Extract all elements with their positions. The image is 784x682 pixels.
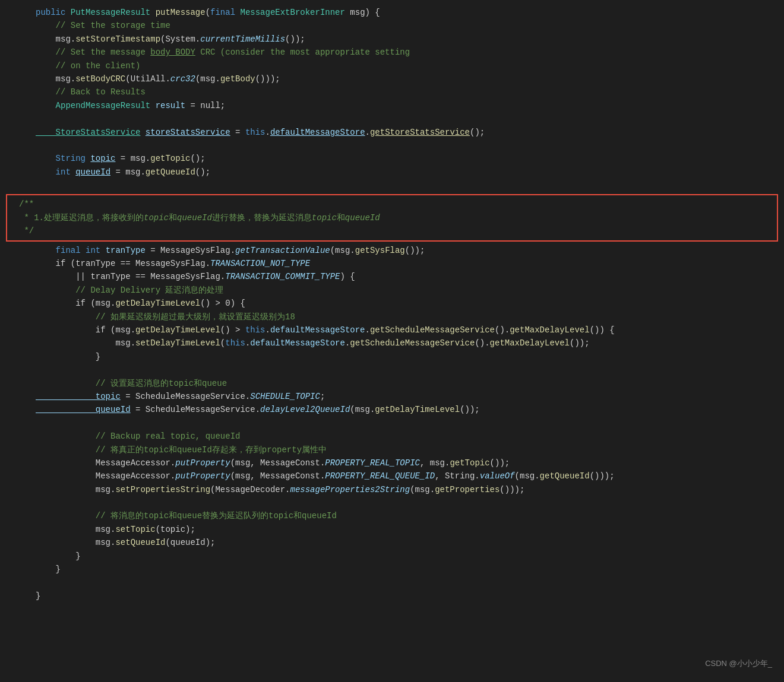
line-content: int queueId = msg.getQueueId(); xyxy=(36,166,772,179)
code-line: if (msg.getDelayTimeLevel() > this.defau… xyxy=(0,323,784,337)
line-content: msg.setBodyCRC(UtilAll.crc32(msg.getBody… xyxy=(36,72,772,85)
line-content: msg.setTopic(topic); xyxy=(36,523,772,536)
line-content: topic = ScheduleMessageService.SCHEDULE_… xyxy=(36,390,772,403)
line-content: if (tranType == MessageSysFlag.TRANSACTI… xyxy=(36,257,772,270)
code-line: MessageAccessor.putProperty(msg, Message… xyxy=(0,470,784,483)
line-content: String topic = msg.getTopic(); xyxy=(36,152,772,165)
code-line: if (msg.getDelayTimeLevel() > 0) { xyxy=(0,297,784,310)
code-line: // Delay Delivery 延迟消息的处理 xyxy=(0,284,784,297)
line-content: // on the client) xyxy=(36,59,772,72)
line-content: } xyxy=(36,350,772,363)
line-content: // 如果延迟级别超过最大级别，就设置延迟级别为18 xyxy=(36,310,772,323)
code-line: } xyxy=(0,350,784,363)
code-line: // 将消息的topic和queue替换为延迟队列的topic和queueId xyxy=(0,509,784,522)
code-line: /** xyxy=(13,198,771,211)
code-line: msg.setDelayTimeLevel(this.defaultMessag… xyxy=(0,337,784,350)
line-content: // 设置延迟消息的topic和queue xyxy=(36,377,772,390)
code-line: String topic = msg.getTopic(); xyxy=(0,152,784,165)
code-line: // Set the message body_BODY CRC (consid… xyxy=(0,46,784,59)
line-content: } xyxy=(36,563,772,576)
line-content: msg.setStoreTimestamp(System.currentTime… xyxy=(36,33,772,46)
code-line: queueId = ScheduleMessageService.delayLe… xyxy=(0,403,784,416)
line-content: // 将消息的topic和queue替换为延迟队列的topic和queueId xyxy=(36,509,772,522)
line-content: // Delay Delivery 延迟消息的处理 xyxy=(36,284,772,297)
code-line: msg.setPropertiesString(MessageDecoder.m… xyxy=(0,483,784,496)
line-content: /** xyxy=(19,198,759,211)
line-content: // Backup real topic, queueId xyxy=(36,430,772,443)
line-content: // Set the message body_BODY CRC (consid… xyxy=(36,46,772,59)
code-line: // Set the storage time xyxy=(0,19,784,32)
watermark: CSDN @小小少年_ xyxy=(705,658,772,670)
line-content: MessageAccessor.putProperty(msg, Message… xyxy=(36,456,772,470)
highlighted-comment-box: /** * 1.处理延迟消息，将接收到的topic和queueId进行替换，替换… xyxy=(6,194,778,241)
code-line xyxy=(0,363,784,376)
code-line: msg.setQueueId(queueId); xyxy=(0,536,784,549)
line-content: final int tranType = MessageSysFlag.getT… xyxy=(36,244,772,257)
code-line xyxy=(0,179,784,192)
line-content: msg.setQueueId(queueId); xyxy=(36,536,772,549)
line-content: // Set the storage time xyxy=(36,19,772,32)
line-content: // Back to Results xyxy=(36,85,772,99)
code-line xyxy=(0,139,784,152)
line-content: || tranType == MessageSysFlag.TRANSACTIO… xyxy=(36,270,772,283)
line-content: StoreStatsService storeStatsService = th… xyxy=(36,126,772,139)
code-line: if (tranType == MessageSysFlag.TRANSACTI… xyxy=(0,257,784,270)
code-line: // 设置延迟消息的topic和queue xyxy=(0,377,784,390)
line-content: */ xyxy=(19,224,759,237)
line-content: } xyxy=(36,550,772,563)
code-line: int queueId = msg.getQueueId(); xyxy=(0,166,784,179)
code-line: final int tranType = MessageSysFlag.getT… xyxy=(0,244,784,257)
code-line: StoreStatsService storeStatsService = th… xyxy=(0,126,784,139)
code-content: public PutMessageResult putMessage(final… xyxy=(0,6,784,602)
code-line: || tranType == MessageSysFlag.TRANSACTIO… xyxy=(0,270,784,283)
code-line: // Back to Results xyxy=(0,85,784,99)
line-content: // 将真正的topic和queueId存起来，存到property属性中 xyxy=(36,443,772,456)
code-line xyxy=(0,576,784,589)
line-content: if (msg.getDelayTimeLevel() > 0) { xyxy=(36,297,772,310)
code-container: public PutMessageResult putMessage(final… xyxy=(0,0,784,682)
line-content: AppendMessageResult result = null; xyxy=(36,99,772,112)
line-content: queueId = ScheduleMessageService.delayLe… xyxy=(36,403,772,416)
code-line: // on the client) xyxy=(0,59,784,72)
line-content: if (msg.getDelayTimeLevel() > this.defau… xyxy=(36,323,772,337)
code-line: MessageAccessor.putProperty(msg, Message… xyxy=(0,456,784,470)
code-line xyxy=(0,496,784,509)
code-line: // 将真正的topic和queueId存起来，存到property属性中 xyxy=(0,443,784,456)
line-content: msg.setPropertiesString(MessageDecoder.m… xyxy=(36,483,772,496)
code-line: msg.setTopic(topic); xyxy=(0,523,784,536)
line-content: public PutMessageResult putMessage(final… xyxy=(36,6,772,19)
code-line: * 1.处理延迟消息，将接收到的topic和queueId进行替换，替换为延迟消… xyxy=(13,211,771,224)
code-line: */ xyxy=(13,224,771,237)
line-content: * 1.处理延迟消息，将接收到的topic和queueId进行替换，替换为延迟消… xyxy=(19,211,759,224)
code-line: } xyxy=(0,563,784,576)
line-content: MessageAccessor.putProperty(msg, Message… xyxy=(36,470,772,483)
code-line xyxy=(0,417,784,430)
code-line: topic = ScheduleMessageService.SCHEDULE_… xyxy=(0,390,784,403)
code-line: msg.setBodyCRC(UtilAll.crc32(msg.getBody… xyxy=(0,72,784,85)
code-line: AppendMessageResult result = null; xyxy=(0,99,784,112)
code-line: // Backup real topic, queueId xyxy=(0,430,784,443)
code-line: // 如果延迟级别超过最大级别，就设置延迟级别为18 xyxy=(0,310,784,323)
code-line: msg.setStoreTimestamp(System.currentTime… xyxy=(0,33,784,46)
code-line: } xyxy=(0,550,784,563)
line-content: } xyxy=(36,589,772,602)
line-content: msg.setDelayTimeLevel(this.defaultMessag… xyxy=(36,337,772,350)
code-line: public PutMessageResult putMessage(final… xyxy=(0,6,784,19)
code-line: } xyxy=(0,589,784,602)
code-line xyxy=(0,112,784,125)
